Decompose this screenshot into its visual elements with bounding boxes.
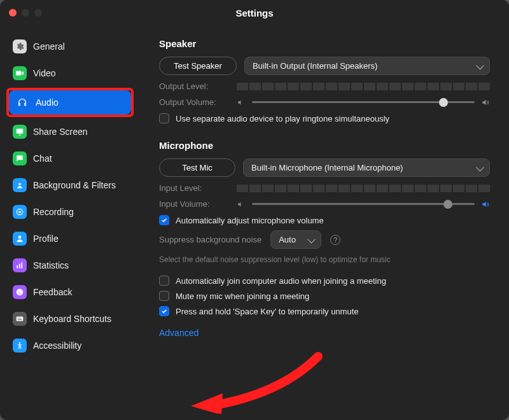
auto-adjust-mic-checkbox[interactable] bbox=[159, 215, 169, 225]
highlight-audio: Audio bbox=[6, 88, 134, 117]
chat-icon bbox=[13, 151, 27, 165]
sidebar-item-label: Video bbox=[33, 68, 56, 78]
test-speaker-button[interactable]: Test Speaker bbox=[159, 57, 237, 75]
slider-thumb[interactable] bbox=[443, 200, 452, 209]
recording-icon bbox=[13, 205, 27, 219]
video-icon bbox=[13, 66, 27, 80]
sidebar-item-label: Feedback bbox=[33, 287, 72, 297]
svg-point-3 bbox=[18, 211, 21, 213]
sidebar-item-label: Accessibility bbox=[33, 340, 81, 351]
output-volume-label: Output Volume: bbox=[159, 97, 229, 107]
speaker-device-select[interactable]: Built-in Output (Internal Speakers) bbox=[244, 57, 490, 75]
svg-rect-0 bbox=[17, 129, 24, 134]
gear-icon bbox=[13, 39, 27, 53]
auto-join-audio-label: Automatically join computer audio when j… bbox=[176, 276, 386, 286]
volume-high-icon bbox=[481, 98, 490, 107]
settings-window: Settings General Video bbox=[0, 0, 509, 420]
accessibility-icon bbox=[13, 339, 27, 353]
svg-rect-12 bbox=[18, 318, 18, 318]
svg-rect-15 bbox=[18, 319, 22, 320]
suppress-hint: Select the default noise suppression lev… bbox=[159, 255, 490, 264]
window-title: Settings bbox=[0, 8, 509, 18]
svg-point-4 bbox=[18, 235, 22, 239]
statistics-icon bbox=[13, 258, 27, 272]
sidebar-item-keyboard-shortcuts[interactable]: Keyboard Shortcuts bbox=[6, 307, 134, 331]
svg-rect-13 bbox=[19, 318, 20, 318]
test-mic-button[interactable]: Test Mic bbox=[159, 158, 235, 177]
space-unmute-checkbox[interactable] bbox=[159, 306, 169, 316]
output-level-label: Output Level: bbox=[159, 81, 229, 91]
headphones-icon bbox=[15, 95, 29, 109]
sidebar-item-label: General bbox=[33, 41, 65, 52]
advanced-link[interactable]: Advanced bbox=[159, 328, 199, 338]
mute-on-join-label: Mute my mic when joining a meeting bbox=[176, 291, 309, 301]
keyboard-icon bbox=[13, 312, 27, 326]
sidebar-item-feedback[interactable]: Feedback bbox=[6, 280, 134, 304]
output-volume-slider[interactable] bbox=[252, 101, 475, 103]
svg-rect-6 bbox=[19, 264, 20, 269]
auto-join-audio-checkbox[interactable] bbox=[159, 276, 169, 286]
speaker-device-value: Built-in Output (Internal Speakers) bbox=[253, 61, 378, 71]
separate-ringtone-checkbox[interactable] bbox=[159, 113, 169, 123]
volume-low-icon bbox=[237, 99, 246, 106]
svg-point-1 bbox=[18, 183, 21, 186]
svg-point-10 bbox=[20, 291, 21, 291]
background-icon bbox=[13, 178, 27, 192]
sidebar-item-general[interactable]: General bbox=[6, 34, 134, 59]
sidebar-item-share-screen[interactable]: Share Screen bbox=[6, 120, 134, 144]
sidebar-item-label: Statistics bbox=[33, 260, 69, 270]
slider-thumb[interactable] bbox=[439, 98, 448, 107]
mic-device-select[interactable]: Built-in Microphone (Internal Microphone… bbox=[243, 158, 490, 177]
maximize-button[interactable] bbox=[34, 9, 42, 17]
svg-point-9 bbox=[18, 291, 19, 291]
close-button[interactable] bbox=[9, 9, 17, 17]
sidebar-item-label: Background & Filters bbox=[33, 180, 116, 190]
volume-low-icon bbox=[237, 200, 246, 208]
annotation-arrow bbox=[191, 344, 331, 414]
sidebar-item-label: Chat bbox=[33, 153, 52, 164]
mic-device-value: Built-in Microphone (Internal Microphone… bbox=[251, 163, 403, 172]
microphone-heading: Microphone bbox=[159, 140, 490, 151]
sidebar-item-statistics[interactable]: Statistics bbox=[6, 253, 134, 277]
sidebar-item-chat[interactable]: Chat bbox=[6, 146, 134, 171]
sidebar-item-accessibility[interactable]: Accessibility bbox=[6, 333, 134, 358]
sidebar-item-label: Recording bbox=[33, 207, 74, 217]
svg-rect-7 bbox=[21, 262, 22, 268]
output-level-meter bbox=[237, 83, 490, 90]
auto-adjust-mic-label: Automatically adjust microphone volume bbox=[176, 216, 324, 225]
sidebar-item-label: Keyboard Shortcuts bbox=[33, 314, 111, 324]
help-icon[interactable]: ? bbox=[330, 235, 340, 245]
suppress-noise-select[interactable]: Auto bbox=[270, 230, 321, 249]
suppress-noise-label: Suppress background noise bbox=[159, 235, 261, 244]
svg-point-8 bbox=[17, 289, 24, 296]
sidebar-item-label: Audio bbox=[36, 97, 59, 108]
sidebar: General Video Audio bbox=[0, 25, 140, 420]
sidebar-item-recording[interactable]: Recording bbox=[6, 200, 134, 224]
speaker-heading: Speaker bbox=[159, 38, 490, 49]
sidebar-item-label: Share Screen bbox=[33, 127, 88, 137]
sidebar-item-video[interactable]: Video bbox=[6, 61, 134, 85]
sidebar-item-background-filters[interactable]: Background & Filters bbox=[6, 173, 134, 197]
svg-rect-5 bbox=[17, 265, 18, 269]
content-panel: Speaker Test Speaker Built-in Output (In… bbox=[140, 25, 509, 420]
suppress-noise-value: Auto bbox=[279, 235, 296, 244]
titlebar: Settings bbox=[0, 0, 509, 25]
svg-rect-14 bbox=[20, 318, 21, 318]
profile-icon bbox=[13, 232, 27, 246]
input-level-label: Input Level: bbox=[159, 183, 229, 193]
svg-marker-17 bbox=[191, 393, 223, 414]
sidebar-item-audio[interactable]: Audio bbox=[9, 90, 131, 115]
separate-ringtone-label: Use separate audio device to play ringto… bbox=[176, 114, 389, 123]
sidebar-item-label: Profile bbox=[33, 234, 59, 244]
input-volume-slider[interactable] bbox=[252, 203, 475, 205]
share-screen-icon bbox=[13, 125, 27, 139]
mute-on-join-checkbox[interactable] bbox=[159, 291, 169, 301]
minimize-button[interactable] bbox=[22, 9, 29, 17]
input-level-meter bbox=[237, 185, 490, 192]
volume-high-icon bbox=[481, 200, 490, 209]
input-volume-label: Input Volume: bbox=[159, 199, 229, 209]
feedback-icon bbox=[13, 285, 27, 299]
svg-rect-11 bbox=[17, 317, 24, 321]
svg-point-16 bbox=[19, 342, 20, 344]
sidebar-item-profile[interactable]: Profile bbox=[6, 227, 134, 251]
